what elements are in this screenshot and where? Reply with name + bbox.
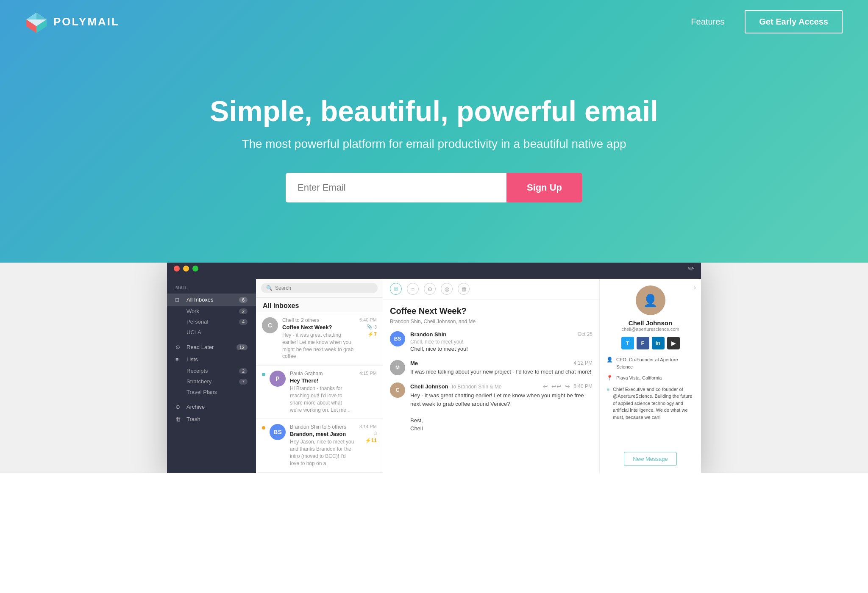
msg-from-0: Brandon Shin	[410, 331, 446, 338]
personal-label: Personal	[186, 319, 235, 325]
work-badge: 2	[239, 308, 248, 314]
email-time-1: 4:15 PM	[359, 371, 377, 376]
hero-title: Simple, beautiful, powerful email	[210, 95, 658, 127]
message-0: BS Brandon Shin Oct 25 Chell, nice to me…	[390, 331, 593, 353]
reply-all-icon[interactable]: ↩↩	[551, 383, 562, 390]
sidebar-item-archive[interactable]: ⊙ Archive	[167, 401, 256, 413]
email-meta-1: 4:15 PM	[359, 371, 377, 376]
bio-icon: ≡	[606, 386, 609, 392]
email-time-2: 3:14 PM	[359, 424, 377, 429]
msg-body-0: Brandon Shin Oct 25 Chell, nice to meet …	[410, 331, 593, 353]
nav-features-link[interactable]: Features	[691, 17, 724, 27]
search-input-wrap[interactable]: 🔍 Search	[261, 283, 378, 293]
sidebar-item-lists[interactable]: ≡ Lists	[167, 353, 256, 366]
read-later-badge: 12	[236, 344, 248, 350]
compose-icon[interactable]: ✏	[688, 264, 694, 273]
email-subject-1: Hey There!	[290, 377, 355, 384]
new-message-button[interactable]: New Message	[624, 452, 676, 466]
archive-label: Archive	[186, 404, 248, 410]
hero-subtitle: The most powerful platform for email pro…	[242, 137, 626, 151]
message-2: C Chell Johnson to Brandon Shin & Me ↩	[390, 382, 593, 433]
email-input[interactable]	[286, 173, 506, 202]
email-item-0[interactable]: C Chell to 2 others Coffee Next Week? He…	[256, 312, 383, 366]
msg-header-2: Chell Johnson to Brandon Shin & Me ↩ ↩↩ …	[410, 382, 593, 390]
receipts-label: Receipts	[186, 368, 235, 374]
contact-email: chell@aperturescience.com	[622, 327, 679, 332]
email-item-1[interactable]: P Paula Graham Hey There! Hi Brandon - t…	[256, 366, 383, 419]
sidebar-item-work[interactable]: Work 2	[167, 306, 256, 316]
email-form: Sign Up	[286, 173, 582, 202]
close-button[interactable]	[174, 266, 180, 272]
sidebar-item-trash[interactable]: 🗑 Trash	[167, 413, 256, 425]
msg-to-0: Chell, nice to meet you!	[410, 339, 593, 345]
email-from-2: Brandon Shin to 5 others	[290, 424, 355, 430]
fullscreen-button[interactable]	[192, 266, 198, 272]
sidebar-item-all-inboxes[interactable]: □ All Inboxes 6	[167, 294, 256, 306]
sidebar-item-travel-plans[interactable]: Travel Plans	[167, 387, 256, 397]
read-later-label: Read Later	[186, 344, 232, 350]
sidebar-item-stratchery[interactable]: Stratchery 7	[167, 376, 256, 387]
logo-text: POLYMAIL	[53, 15, 120, 28]
logo-area: POLYMAIL	[25, 11, 120, 33]
social-icons: T F in ▶	[621, 337, 680, 349]
sidebar-item-receipts[interactable]: Receipts 2	[167, 366, 256, 376]
count-badge-0: 3	[374, 324, 377, 330]
lists-label: Lists	[186, 356, 248, 363]
facebook-button[interactable]: F	[637, 337, 649, 349]
list-toolbar-icon[interactable]: ≡	[407, 283, 419, 295]
unread-dot-2	[262, 426, 265, 430]
signup-button[interactable]: Sign Up	[506, 173, 582, 202]
contact-panel: › 👤 Chell Johnson chell@aperturescience.…	[599, 279, 701, 473]
inbox-icon: □	[175, 296, 182, 303]
trash-toolbar-icon[interactable]: 🗑	[458, 283, 470, 295]
person-icon: 👤	[606, 357, 613, 363]
count-badge-2: 3	[374, 431, 377, 436]
sidebar-item-read-later[interactable]: ⊙ Read Later 12	[167, 341, 256, 353]
sidebar-item-ucla[interactable]: UCLA	[167, 327, 256, 338]
avatar-brandon: BS	[270, 424, 286, 440]
nav-right: Features Get Early Access	[691, 10, 843, 33]
svg-marker-3	[26, 13, 36, 19]
panel-chevron-icon[interactable]: ›	[694, 284, 696, 291]
msg-from-2: Chell Johnson	[410, 383, 448, 390]
sidebar-item-personal[interactable]: Personal 4	[167, 316, 256, 327]
email-from-0: Chell to 2 others	[282, 317, 355, 323]
linkedin-button[interactable]: in	[652, 337, 665, 349]
sidebar-section-mail: MAIL	[167, 285, 256, 290]
mail-toolbar-icon[interactable]: ✉	[390, 283, 402, 295]
msg-body-1: Me 4:12 PM It was nice talking about you…	[410, 360, 593, 376]
msg-text-1: It was nice talking about your new proje…	[410, 368, 593, 376]
app-container: ✏ MAIL □ All Inboxes 6 Work 2 Personal	[0, 263, 868, 473]
forward-icon[interactable]: ↪	[565, 383, 570, 390]
app-window: ✏ MAIL □ All Inboxes 6 Work 2 Personal	[167, 258, 701, 473]
msg-avatar-0: BS	[390, 331, 405, 346]
email-detail-content: Coffee Next Week? Brandon Shin, Chell Jo…	[383, 299, 599, 473]
email-detail: ✉ ≡ ⊙ ◎ 🗑 Coffee Next Week? Brandon Shin…	[383, 279, 599, 473]
clock-icon: ⊙	[175, 344, 182, 350]
check-toolbar-icon[interactable]: ◎	[441, 283, 453, 295]
minimize-button[interactable]	[183, 266, 189, 272]
message-1: M Me 4:12 PM It was nice talking about y…	[390, 360, 593, 376]
contact-location-row: 📍 Playa Vista, California	[606, 374, 694, 382]
email-list: 🔍 Search All Inboxes C Chell to 2 others…	[256, 279, 383, 473]
personal-badge: 4	[239, 319, 248, 325]
trash-label: Trash	[186, 416, 248, 422]
clock-toolbar-icon[interactable]: ⊙	[424, 283, 436, 295]
email-item-2[interactable]: BS Brandon Shin to 5 others Brandon, mee…	[256, 419, 383, 472]
msg-to-2: to Brandon Shin & Me	[452, 384, 501, 390]
reply-icon[interactable]: ↩	[543, 383, 548, 390]
other-social-button[interactable]: ▶	[667, 337, 680, 349]
email-meta-0: 5:40 PM 📎 3 ⚡7	[359, 317, 377, 337]
email-item-body-0: Chell to 2 others Coffee Next Week? Hey …	[282, 317, 355, 360]
email-detail-participants: Brandon Shin, Chell Johnson, and Me	[390, 319, 593, 324]
email-preview-1: Hi Brandon - thanks for reaching out! I'…	[290, 385, 355, 413]
msg-time-0: Oct 25	[578, 331, 593, 338]
email-meta-2: 3:14 PM 3 ⚡11	[359, 424, 377, 443]
get-early-access-button[interactable]: Get Early Access	[745, 10, 843, 33]
work-label: Work	[186, 308, 235, 314]
msg-header-1: Me 4:12 PM	[410, 360, 593, 366]
msg-time-1: 4:12 PM	[573, 360, 593, 366]
twitter-button[interactable]: T	[621, 337, 634, 349]
location-icon: 📍	[606, 375, 613, 381]
contact-bio-text: Chief Executive and co-founder of @Apert…	[613, 386, 694, 421]
